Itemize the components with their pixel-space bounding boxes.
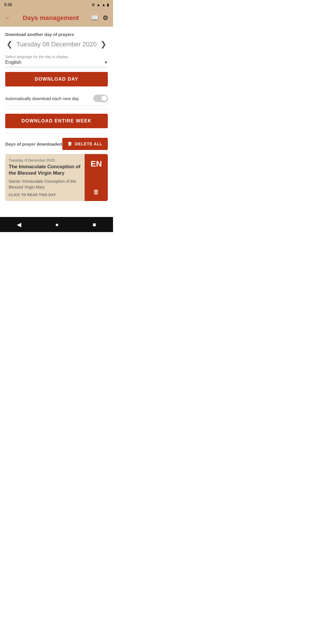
battery-icon: ▮ xyxy=(107,3,109,7)
signal-icon: ▲ xyxy=(102,3,105,7)
day-card-date: Tuesday, 8 December 2020 xyxy=(9,158,81,162)
language-label: Select language for the day to display xyxy=(5,55,108,59)
toggle-track xyxy=(93,95,108,102)
divider xyxy=(5,109,108,110)
nav-bar xyxy=(0,217,113,232)
day-card-delete-icon[interactable] xyxy=(93,188,99,196)
auto-download-label: Automatically download each new day xyxy=(5,96,79,101)
book-icon[interactable] xyxy=(91,14,99,22)
language-select[interactable]: English xyxy=(5,59,108,67)
main-content: Download another day of prayers Tuesday … xyxy=(0,27,113,217)
app-bar-title: Days management xyxy=(14,14,87,22)
app-bar: Days management xyxy=(0,9,113,27)
divider-2 xyxy=(5,133,108,134)
toggle-thumb xyxy=(101,95,107,101)
downloaded-header: Days of prayer downloaded DELETE ALL xyxy=(5,138,108,150)
day-card-body: Tuesday, 8 December 2020 The Immaculate … xyxy=(5,154,85,201)
language-group: Select language for the day to display E… xyxy=(5,55,108,67)
day-card[interactable]: Tuesday, 8 December 2020 The Immaculate … xyxy=(5,154,108,201)
status-time: 9:36 xyxy=(4,2,12,7)
back-button[interactable] xyxy=(5,14,11,22)
dropdown-arrow-icon xyxy=(104,60,108,65)
status-bar: 9:36 ▲ ▲ ▮ xyxy=(0,0,113,9)
day-card-title: The Immaculate Conception of the Blessed… xyxy=(9,164,81,176)
nav-home-button[interactable] xyxy=(49,218,64,231)
prev-date-button[interactable] xyxy=(5,40,14,49)
app-bar-icons xyxy=(91,14,108,22)
download-day-button[interactable]: DOWNLOAD DAY xyxy=(5,72,108,86)
next-date-button[interactable] xyxy=(99,40,108,49)
nav-recent-button[interactable] xyxy=(87,218,102,231)
day-card-saints: Saints: Immaculate Conception of the Ble… xyxy=(9,179,81,190)
date-navigation: Tuesday 08 December 2020 xyxy=(5,40,108,49)
auto-download-toggle[interactable] xyxy=(93,95,108,102)
settings-status-icon xyxy=(92,3,95,7)
language-value: English xyxy=(5,59,21,65)
day-card-language: EN xyxy=(91,159,102,169)
settings-icon[interactable] xyxy=(103,14,108,22)
auto-download-row: Automatically download each new day xyxy=(5,92,108,105)
nav-back-button[interactable] xyxy=(11,218,27,231)
delete-all-button[interactable]: DELETE ALL xyxy=(62,138,108,150)
wifi-icon: ▲ xyxy=(97,3,100,7)
download-week-button[interactable]: DOWNLOAD ENTIRE WEEK xyxy=(5,114,108,128)
day-card-side: EN xyxy=(85,154,108,201)
downloaded-label: Days of prayer downloaded xyxy=(5,142,62,146)
day-card-cta: CLICK TO READ THIS DAY xyxy=(9,193,81,197)
status-icons: ▲ ▲ ▮ xyxy=(92,3,109,7)
delete-all-trash-icon xyxy=(68,141,72,146)
delete-all-label: DELETE ALL xyxy=(75,142,103,146)
selected-date: Tuesday 08 December 2020 xyxy=(14,41,99,48)
download-section-label: Download another day of prayers xyxy=(5,32,108,37)
